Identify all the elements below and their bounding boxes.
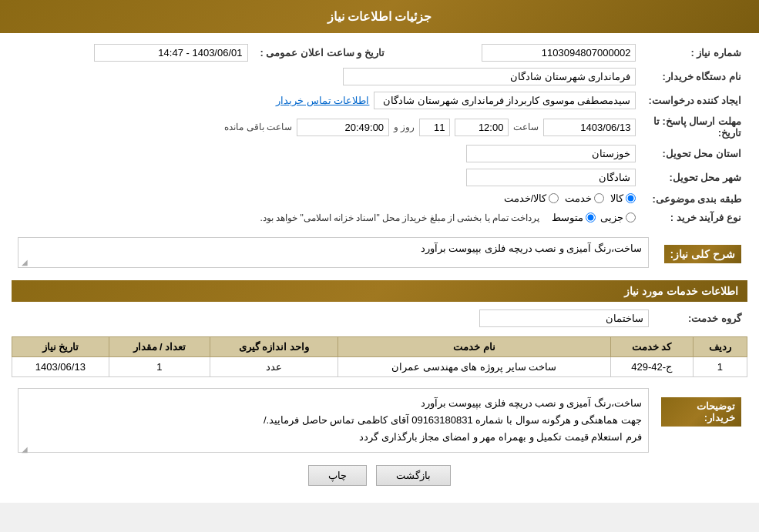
category-kala-radio[interactable] (626, 193, 636, 203)
notes-line: ساخت،رنگ آمیزی و نصب دریچه فلزی بپیوست ب… (25, 395, 642, 412)
row-province: استان محل تحویل: خوزستان (12, 142, 747, 166)
deadline-time-input: 12:00 (455, 119, 509, 136)
description-section-header: شرح کلی نیاز: (664, 245, 741, 263)
purchase-type-motavaset[interactable]: متوسط (552, 212, 596, 223)
cell-name: ساخت سایر پروژه های مهندسی عمران (338, 357, 610, 377)
main-content: شماره نیاز : 1103094807000002 تاریخ و سا… (0, 33, 759, 503)
col-rownum: ردیف (693, 337, 747, 357)
service-group-input: ساختمان (479, 309, 649, 327)
purchase-type-note: پرداخت تمام یا بخشی از مبلغ خریداز محل "… (260, 212, 540, 223)
province-value: خوزستان (12, 142, 642, 166)
province-label: استان محل تحویل: (642, 142, 747, 166)
page-wrapper: جزئیات اطلاعات نیاز شماره نیاز : 1103094… (0, 0, 759, 503)
category-both-radio[interactable] (549, 193, 559, 203)
purchase-type-content: جزیی متوسط پرداخت تمام یا بخشی از مبلغ خ… (12, 209, 642, 226)
city-input: شادگان (466, 169, 636, 186)
cell-unit: عدد (210, 357, 338, 377)
category-label: طبقه بندی موضوعی: (642, 189, 747, 209)
notes-line: فرم استعلام قیمت تکمیل و بهمراه مهر و ام… (25, 429, 642, 446)
col-name: نام خدمت (338, 337, 610, 357)
row-deadline: مهلت ارسال پاسخ: تا تاریخ: 1403/06/13 سا… (12, 112, 747, 142)
buyer-contact-link[interactable]: اطلاعات تماس خریدار (276, 95, 369, 106)
category-both-label: کالا/خدمت (504, 192, 547, 204)
page-title: جزئیات اطلاعات نیاز (327, 10, 432, 23)
category-khedmat-radio[interactable] (594, 193, 604, 203)
category-khedmat-label: خدمت (565, 192, 592, 204)
description-table: شرح کلی نیاز: ساخت،رنگ آمیزی و نصب دریچه… (12, 233, 747, 273)
date-time-label: تاریخ و ساعت اعلان عمومی : (254, 41, 400, 65)
row-creator: ایجاد کننده درخواست: سیدمصطفی موسوی کارب… (12, 89, 747, 112)
city-label: شهر محل تحویل: (642, 166, 747, 189)
col-date: تاریخ نیاز (12, 337, 109, 357)
services-section-header: اطلاعات خدمات مورد نیاز (12, 280, 747, 302)
services-data-table: ردیف کد خدمت نام خدمت واحد اندازه گیری ت… (12, 336, 747, 377)
remaining-label: ساعت باقی مانده (224, 122, 292, 132)
notes-label: توضیحات خریدار: (661, 397, 741, 427)
category-radio-group: کالا خدمت کالا/خدمت (504, 192, 636, 204)
buyer-org-label: نام دستگاه خریدار: (642, 65, 747, 89)
category-kala-label: کالا (610, 192, 623, 204)
category-khedmat-option[interactable]: خدمت (565, 192, 604, 204)
notes-line: جهت هماهنگی و هرگونه سوال با شماره 09163… (25, 412, 642, 429)
table-row: 1 ج-42-429 ساخت سایر پروژه های مهندسی عم… (12, 357, 747, 377)
category-kala-option[interactable]: کالا (610, 192, 636, 204)
deadline-date-input: 1403/06/13 (543, 119, 636, 136)
print-button[interactable]: چاپ (308, 465, 367, 486)
buyer-org-value: فرمانداری شهرستان شادگان (12, 65, 642, 89)
category-both-option[interactable]: کالا/خدمت (504, 192, 559, 204)
purchase-type-label: نوع فرآیند خرید : (642, 209, 747, 226)
purchase-type-motavaset-label: متوسط (552, 212, 583, 223)
page-header: جزئیات اطلاعات نیاز (0, 0, 759, 33)
services-table-header-row: ردیف کد خدمت نام خدمت واحد اندازه گیری ت… (12, 337, 747, 357)
notes-cell: ساخت،رنگ آمیزی و نصب دریچه فلزی بپیوست ب… (12, 385, 655, 456)
notes-table: توضیحات خریدار: ساخت،رنگ آمیزی و نصب دری… (12, 385, 747, 456)
creator-input: سیدمصطفی موسوی کاربرداز فرمانداری شهرستا… (374, 92, 636, 109)
row-buyer-org: نام دستگاه خریدار: فرمانداری شهرستان شاد… (12, 65, 747, 89)
days-label: روز و (394, 122, 415, 132)
buyer-org-input: فرمانداری شهرستان شادگان (343, 68, 636, 85)
notes-resize-handle[interactable]: ◢ (20, 443, 28, 450)
service-group-value: ساختمان (12, 306, 655, 330)
category-options: کالا خدمت کالا/خدمت (12, 189, 642, 209)
province-input: خوزستان (466, 145, 636, 162)
main-info-table: شماره نیاز : 1103094807000002 تاریخ و سا… (12, 41, 747, 226)
row-category: طبقه بندی موضوعی: کالا خدمت (12, 189, 747, 209)
creator-value: سیدمصطفی موسوی کاربرداز فرمانداری شهرستا… (12, 89, 642, 112)
description-text: ساخت،رنگ آمیزی و نصب دریچه فلزی بپیوست ب… (421, 243, 642, 254)
description-cell: ساخت،رنگ آمیزی و نصب دریچه فلزی بپیوست ب… (12, 233, 655, 273)
row-city: شهر محل تحویل: شادگان (12, 166, 747, 189)
button-bar: بازگشت چاپ (12, 456, 747, 495)
resize-handle[interactable]: ◢ (20, 258, 28, 266)
row-description: شرح کلی نیاز: ساخت،رنگ آمیزی و نصب دریچه… (12, 233, 747, 273)
cell-rownum: 1 (693, 357, 747, 377)
purchase-type-jozi-radio[interactable] (626, 212, 636, 223)
date-time-input: 1403/06/01 - 14:47 (94, 44, 248, 62)
creator-label: ایجاد کننده درخواست: (642, 89, 747, 112)
back-button[interactable]: بازگشت (376, 465, 451, 486)
service-group-table: گروه خدمت: ساختمان (12, 306, 747, 330)
niyaz-number-label: شماره نیاز : (642, 41, 747, 65)
cell-date: 1403/06/13 (12, 357, 109, 377)
deadline-value: 1403/06/13 ساعت 12:00 11 روز و 20:49:00 … (12, 112, 642, 142)
service-group-label: گروه خدمت: (655, 306, 747, 330)
deadline-clock-input: 20:49:00 (297, 119, 389, 136)
niyaz-number-value: 1103094807000002 (400, 41, 643, 65)
niyaz-number-input: 1103094807000002 (482, 44, 636, 62)
notes-box: ساخت،رنگ آمیزی و نصب دریچه فلزی بپیوست ب… (18, 388, 649, 453)
time-label-static: ساعت (513, 122, 539, 132)
purchase-type-motavaset-radio[interactable] (586, 212, 596, 223)
row-niyaz-number: شماره نیاز : 1103094807000002 تاریخ و سا… (12, 41, 747, 65)
cell-code: ج-42-429 (610, 357, 693, 377)
notes-content: ساخت،رنگ آمیزی و نصب دریچه فلزی بپیوست ب… (25, 395, 642, 446)
purchase-type-jozi[interactable]: جزیی (600, 212, 636, 223)
col-code: کد خدمت (610, 337, 693, 357)
description-box: ساخت،رنگ آمیزی و نصب دریچه فلزی بپیوست ب… (18, 237, 649, 268)
date-time-value: 1403/06/01 - 14:47 (12, 41, 254, 65)
deadline-days-input: 11 (419, 119, 450, 136)
row-service-group: گروه خدمت: ساختمان (12, 306, 747, 330)
col-unit: واحد اندازه گیری (210, 337, 338, 357)
row-notes: توضیحات خریدار: ساخت،رنگ آمیزی و نصب دری… (12, 385, 747, 456)
city-value: شادگان (12, 166, 642, 189)
row-purchase-type: نوع فرآیند خرید : جزیی متوسط پرداخت (12, 209, 747, 226)
purchase-type-jozi-label: جزیی (600, 212, 623, 223)
